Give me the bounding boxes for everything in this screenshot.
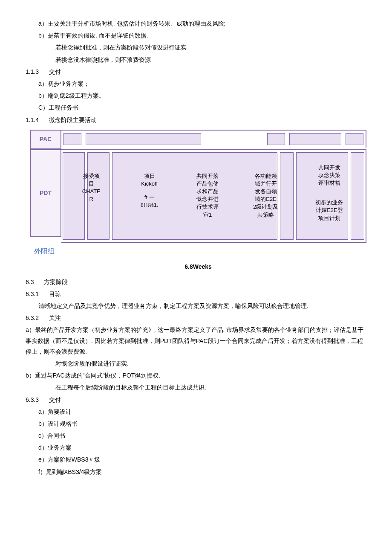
activity-3: 共同开落 产品包储 求和产品 慨念并进 行技术评 审1 [180,171,235,224]
activity-3-text: 共同开落 产品包储 求和产品 慨念并进 行技术评 审1 [180,171,235,221]
pac-box-5 [346,133,363,145]
section-633-num: 6.3.3 [26,395,39,405]
sec633-f: f）尾到端XBS3/4级方案 [26,467,366,477]
activity-5-sub: 初步的业务 计婶E2E登 项目计划 [297,197,362,224]
outgroup-label: 外阳组 [30,243,366,258]
section-113-num: 1.1.3 [26,67,39,77]
pac-row: PAC [30,130,366,149]
sec113-c: C）工程任务书 [26,102,366,113]
activity-5: 共同开发 耿念决策 评审材裕 初步的业务 计婶E2E登 项目计划 [297,171,362,224]
section-632: 6.3.2 关注 [26,313,366,323]
sec633-e: e）方案阶段WBS3〃圾 [26,454,366,465]
activity-5-text: 共同开发 耿念决策 评审材裕 [297,162,362,189]
activity-4: 各功能领 域并行开 发各自领 域的E2E 2级计划及 其策略 [238,171,293,224]
sec113-b: b）端到痣2级工程方案。 [26,90,366,101]
pdt-row: PDT 接受项 目 CHATE R 项日 Kickoff ft 一 8Ht⅛1.… [30,149,366,243]
sec633-a: a）角要设计 [26,407,366,417]
pac-box-4 [289,133,341,145]
section-114-num: 1.1.4 [26,115,39,125]
section-632-num: 6.3.2 [26,313,39,323]
pac-box-2 [86,133,201,145]
pac-box-3 [267,133,285,145]
activities-overlay: 接受项 目 CHATE R 项日 Kickoff ft 一 8Ht⅛1. 共同开… [64,171,362,224]
section-633-title: 交付 [49,396,61,403]
section-113: 1.1.3 交付 [26,67,366,77]
section-63-num: 6.3 [26,277,34,288]
activity-2-sub: ft 一 8Ht⅛1. [122,192,176,211]
item-sub2: 若挑念没木律煦批准，则不浪费资源 [26,55,366,65]
pac-box-1 [63,133,81,145]
section-631-num: 6.3.1 [26,289,39,299]
activity-2-text: 项日 Kickoff [122,171,176,189]
section-114-title: 微念阶段主要活动 [49,116,97,123]
sec633-d: d）业务方案 [26,442,366,453]
pdt-label: PDT [30,149,61,237]
pac-label: PAC [30,130,61,149]
weeks-label: 6.8Weeks [30,262,366,272]
sec633-b: b）设计规格书 [26,418,366,429]
section-631: 6.3.1 目琼 [26,289,366,299]
section-63-title: 方案除段 [44,279,68,285]
sec632-b-sub: 在工程每个后续阶段的目标及整个工程的目标上达成共识. [26,382,366,393]
activity-diagram: PAC PDT 接受项 目 CHATE R [30,130,366,273]
activity-2: 项日 Kickoff ft 一 8Ht⅛1. [122,171,176,224]
section-114: 1.1.4 微念阶段主要活动 [26,115,366,125]
sec633-c: c）合同书 [26,430,366,441]
activity-1-text: 接受项 目 CHATE R [64,171,118,205]
sec632-a-sub: 对慨念阶段的假设进行证实. [26,358,366,369]
item-sub1: 若桃念得到批准，则在方案阶段传对假设进行证实 [26,42,366,53]
sec632-b: b）通过与PAC达成的"合同式"协仪，POT得到授权. [26,370,366,381]
item-b1: b）是荼于有效的假设, 而不是详钿的数据. [26,30,366,41]
section-633: 6.3.3 交付 [26,395,366,405]
sec632-a: a）最终的产品开发方案（初步业务方案的扩充》, 这一最终方案定义了产品. 市场界… [26,325,366,357]
activity-4-text: 各功能领 域并行开 发各自领 域的E2E 2级计划及 其策略 [238,171,293,221]
section-113-title: 交付 [49,68,61,75]
activity-1: 接受项 目 CHATE R [64,171,118,224]
pac-content [61,130,366,148]
section-632-title: 关注 [49,314,61,321]
sec631-text: 清晰地定义产品及其竞争优势，理器业务方束，制定工程方案及资源方案，喻保风险可以狼… [26,301,366,311]
section-63: 6.3 方案除段 [26,277,366,288]
section-631-title: 目琼 [49,291,61,297]
item-a1: a）主要关注于分析市场时机. 包括估计的财务转果、成劢的理由及风险; [26,18,366,29]
sec113-a: a）初步业务方案； [26,78,366,89]
